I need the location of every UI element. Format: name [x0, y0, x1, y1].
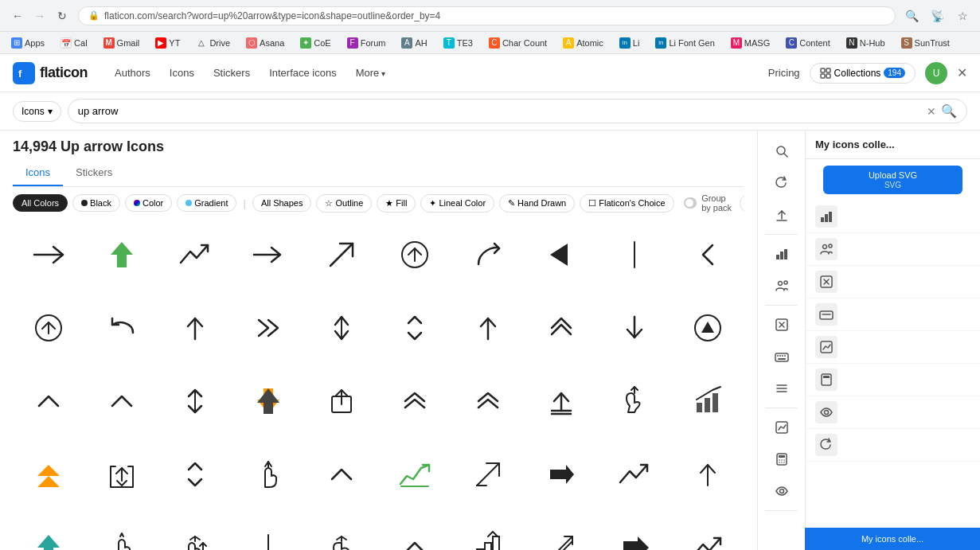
calculator-panel-btn[interactable] [767, 445, 796, 474]
nav-icons[interactable]: Icons [162, 62, 202, 84]
bookmark-li[interactable]: in Li [616, 36, 643, 50]
icon-cell-left-arrow[interactable] [525, 219, 597, 291]
icon-cell-trending-up3[interactable] [672, 512, 744, 550]
forward-button[interactable]: → [30, 6, 49, 25]
icon-cell-hand-point-up2[interactable] [306, 512, 377, 550]
bookmark-suntrust[interactable]: S SunTrust [898, 36, 953, 50]
filter-outline[interactable]: ☆ Outline [316, 194, 372, 213]
icon-cell-chevron-up3[interactable] [86, 365, 158, 437]
icon-cell-return-arrow[interactable] [86, 292, 158, 364]
icon-cell-right-arrow-long[interactable] [232, 219, 304, 291]
icon-cell-hand-up-coins[interactable] [159, 512, 231, 550]
icon-cell-export[interactable] [306, 365, 377, 437]
close-x-panel-btn[interactable] [767, 310, 796, 339]
list-panel-btn[interactable] [767, 374, 796, 403]
filter-lineal-color[interactable]: ✦ Lineal Color [420, 194, 494, 213]
filter-flaticon-choice[interactable]: ☐ Flaticon's Choice [580, 194, 674, 213]
icon-cell-slash-arrows[interactable] [525, 512, 597, 550]
sort-button[interactable]: Popular ▾ [740, 194, 744, 213]
bookmark-coe[interactable]: ✦ CoE [297, 36, 334, 50]
filter-black[interactable]: Black [72, 194, 120, 212]
icon-cell-up-arrow-green[interactable] [86, 219, 158, 291]
icon-cell-up-simple[interactable] [159, 292, 231, 364]
nav-more[interactable]: More [348, 62, 393, 84]
analytics-panel-btn[interactable] [767, 413, 796, 442]
pricing-link[interactable]: Pricing [768, 67, 800, 79]
nav-authors[interactable]: Authors [107, 62, 158, 84]
icon-cell-trending-up2[interactable] [599, 439, 670, 510]
icon-cell-left-chevron[interactable] [672, 219, 744, 291]
filter-hand-drawn[interactable]: ✎ Hand Drawn [499, 194, 575, 213]
icon-cell-right-arrow2[interactable] [525, 439, 597, 510]
bookmark-content[interactable]: C Content [783, 36, 834, 50]
panel-item-5[interactable] [806, 331, 980, 364]
bookmark-atomic[interactable]: A Atomic [560, 36, 607, 50]
icon-cell-hand-pointer-up[interactable] [232, 439, 304, 510]
icon-cell-chevron-up5[interactable] [379, 512, 451, 550]
icon-cell-expand[interactable] [525, 292, 597, 364]
icon-cell-upload-arrow[interactable] [525, 365, 597, 437]
bookmark-nhub[interactable]: N N-Hub [843, 36, 888, 50]
icon-cell-hand-swipe-up[interactable] [599, 365, 670, 437]
panel-item-4[interactable] [806, 298, 980, 331]
filter-gradient[interactable]: Gradient [177, 194, 236, 212]
eye-panel-btn[interactable] [767, 477, 796, 505]
bookmark-masg[interactable]: M MASG [728, 36, 773, 50]
icon-cell-right-arrow[interactable] [13, 219, 84, 291]
icon-cell-up-down-arrows[interactable] [232, 365, 304, 437]
icon-cell-sort-updown-alt[interactable] [159, 439, 231, 510]
filter-color[interactable]: Color [125, 194, 172, 212]
bookmark-forum[interactable]: F Forum [344, 36, 389, 50]
panel-item-3[interactable] [806, 266, 980, 298]
icon-cell-simple-up2[interactable] [672, 439, 744, 510]
icon-cell-circle-up-arrow[interactable] [379, 219, 451, 291]
icon-cell-diagonal-arrows[interactable] [452, 439, 524, 510]
tab-stickers[interactable]: Stickers [63, 160, 125, 186]
icon-cell-chevron-up2[interactable] [13, 365, 84, 437]
icon-cell-vertical-line2[interactable] [232, 512, 304, 550]
search-submit-button[interactable]: 🔍 [941, 103, 957, 119]
icon-cell-circle-up2[interactable] [13, 292, 84, 364]
group-by-pack-toggle[interactable]: Group by pack [684, 193, 736, 213]
icon-cell-chart-up2[interactable] [379, 439, 451, 510]
search-panel-btn[interactable] [767, 137, 796, 166]
bar-chart-panel-btn[interactable] [767, 240, 796, 268]
icon-cell-sort-updown3[interactable] [159, 365, 231, 437]
site-logo[interactable]: f flaticon [13, 62, 88, 84]
icon-cell-upload-group[interactable] [86, 439, 158, 510]
nav-interface-icons[interactable]: Interface icons [261, 62, 345, 84]
search-input[interactable] [78, 105, 922, 117]
bookmark-charcount[interactable]: C Char Count [486, 36, 550, 50]
icon-cell-double-right[interactable] [232, 292, 304, 364]
panel-item-2[interactable] [806, 233, 980, 266]
bookmark-yt[interactable]: ▶ YT [152, 36, 183, 50]
bookmark-gmail[interactable]: M Gmail [100, 36, 143, 50]
panel-item-6[interactable] [806, 364, 980, 396]
people-panel-btn[interactable] [767, 271, 796, 300]
nav-stickers[interactable]: Stickers [205, 62, 258, 84]
bookmark-cal[interactable]: 📅 Cal [57, 36, 91, 50]
filter-all-colors[interactable]: All Colors [13, 194, 68, 212]
bookmark-icon[interactable]: ☆ [953, 6, 972, 25]
filter-all-shapes[interactable]: All Shapes [252, 194, 312, 212]
icon-cell-double-up-orange[interactable] [13, 439, 84, 510]
type-selector[interactable]: Icons ▾ [13, 101, 61, 122]
icon-cell-double-chevron-up2[interactable] [452, 365, 524, 437]
icon-cell-bar-chart-up[interactable] [672, 365, 744, 437]
close-panel-button[interactable]: ✕ [957, 65, 967, 80]
icon-cell-trending-up[interactable] [159, 219, 231, 291]
upload-panel-btn[interactable] [767, 201, 796, 229]
icon-cell-vertical-line[interactable] [599, 219, 670, 291]
panel-item-1[interactable] [806, 201, 980, 233]
refresh-panel-btn[interactable] [767, 169, 796, 197]
icon-cell-up-arrow2[interactable] [452, 292, 524, 364]
tab-icons[interactable]: Icons [13, 160, 63, 186]
filter-fill[interactable]: ★ Fill [377, 194, 416, 213]
icon-cell-double-chevron-up[interactable] [379, 365, 451, 437]
bookmark-apps[interactable]: ⊞ Apps [8, 36, 48, 50]
icon-cell-sort-updown2[interactable] [379, 292, 451, 364]
back-button[interactable]: ← [8, 6, 27, 25]
address-bar[interactable]: 🔒 flaticon.com/search?word=up%20arrow&ty… [78, 6, 896, 25]
my-icons-footer[interactable]: My icons colle... [805, 528, 980, 550]
bookmark-te3[interactable]: T TE3 [440, 36, 476, 50]
